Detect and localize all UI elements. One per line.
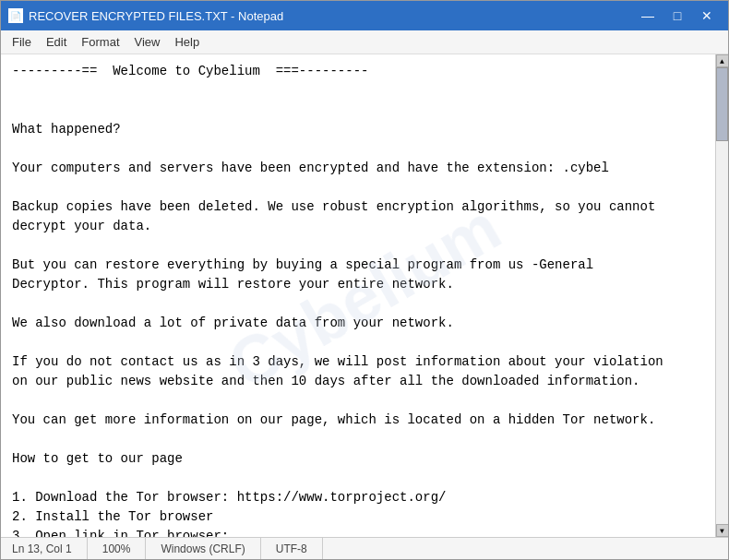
menu-bar: File Edit Format View Help: [1, 30, 728, 54]
maximize-button[interactable]: □: [663, 6, 691, 26]
scroll-thumb[interactable]: [716, 67, 728, 141]
scroll-track[interactable]: [716, 67, 728, 524]
menu-edit[interactable]: Edit: [39, 33, 74, 51]
scrollbar[interactable]: ▲ ▼: [715, 54, 728, 537]
content-area: ---------== Welcome to Cybelium ===-----…: [1, 54, 728, 537]
app-icon: 📄: [8, 8, 23, 23]
menu-format[interactable]: Format: [74, 33, 126, 51]
title-bar-left: 📄 RECOVER ENCRYPTED FILES.TXT - Notepad: [8, 8, 283, 23]
notepad-window: 📄 RECOVER ENCRYPTED FILES.TXT - Notepad …: [0, 0, 729, 560]
menu-view[interactable]: View: [127, 33, 168, 51]
status-encoding: UTF-8: [261, 538, 323, 559]
status-bar: Ln 13, Col 1 100% Windows (CRLF) UTF-8: [1, 537, 728, 559]
menu-file[interactable]: File: [5, 33, 39, 51]
menu-help[interactable]: Help: [167, 33, 207, 51]
text-editor[interactable]: ---------== Welcome to Cybelium ===-----…: [1, 54, 715, 537]
status-line-ending: Windows (CRLF): [146, 538, 260, 559]
scroll-up-button[interactable]: ▲: [716, 54, 729, 67]
minimize-button[interactable]: —: [634, 6, 662, 26]
scroll-down-button[interactable]: ▼: [716, 524, 729, 537]
window-title: RECOVER ENCRYPTED FILES.TXT - Notepad: [29, 9, 283, 23]
status-ln-col: Ln 13, Col 1: [1, 538, 88, 559]
close-button[interactable]: ✕: [693, 6, 721, 26]
title-bar-controls: — □ ✕: [634, 6, 721, 26]
title-bar: 📄 RECOVER ENCRYPTED FILES.TXT - Notepad …: [1, 1, 728, 30]
status-zoom: 100%: [88, 538, 147, 559]
